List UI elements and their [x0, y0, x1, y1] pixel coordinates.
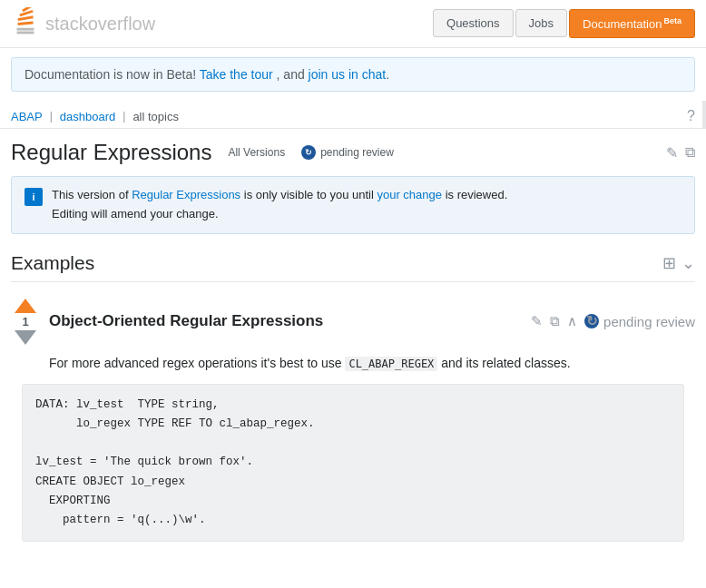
info-icon: i [25, 188, 43, 206]
example-pending-badge: ↻ pending review [584, 314, 695, 329]
pending-review-label: pending review [320, 146, 394, 159]
vote-up-button[interactable] [15, 299, 36, 313]
announcement-end: . [386, 67, 389, 82]
svg-rect-0 [17, 32, 34, 34]
vote-count: 1 [22, 315, 28, 328]
grid-view-button[interactable]: ⊞ [662, 253, 676, 273]
example-item-header: 1 Object-Oriented Regular Expressions ✎ … [11, 293, 695, 350]
info-line2: Editing will amend your change. [52, 205, 507, 224]
join-chat-link[interactable]: join us in chat [309, 67, 387, 82]
svg-rect-4 [19, 10, 33, 16]
collapse-view-button[interactable]: ⌄ [681, 253, 695, 273]
site-header: stackoverflow Questions Jobs Documentati… [0, 0, 706, 48]
nav-buttons: Questions Jobs DocumentationBeta [433, 9, 695, 38]
breadcrumb-sep2: | [123, 110, 125, 122]
example-title: Object-Oriented Regular Expressions [49, 312, 522, 330]
svg-rect-3 [17, 15, 33, 21]
edit-topic-button[interactable]: ✎ [666, 144, 678, 162]
code-block: DATA: lv_test TYPE string, lo_regex TYPE… [22, 384, 684, 543]
announcement-bar: Documentation is now in Beta! Take the t… [11, 57, 695, 92]
pending-icon: ↻ [301, 145, 316, 160]
examples-title: Examples [11, 252, 94, 274]
info-line1-after: is reviewed. [446, 188, 508, 201]
examples-header: Examples ⊞ ⌄ [11, 252, 695, 282]
breadcrumb-sep1: | [50, 110, 53, 122]
take-tour-link[interactable]: Take the tour [200, 67, 273, 82]
svg-rect-1 [17, 28, 34, 31]
external-link-button[interactable]: ⧉ [685, 144, 695, 162]
info-line1: This version of Regular Expressions is o… [52, 186, 507, 205]
example-pending-label: pending review [603, 314, 695, 329]
description-after: and its related classes. [441, 356, 570, 370]
breadcrumb-dashboard[interactable]: dashboard [60, 110, 115, 123]
logo-text: stackoverflow [45, 14, 155, 34]
vote-area: 1 [11, 299, 40, 345]
jobs-button[interactable]: Jobs [515, 9, 567, 37]
topic-title: Regular Expressions [11, 140, 211, 165]
external-example-button[interactable]: ⧉ [550, 313, 560, 329]
vote-down-button[interactable] [15, 330, 36, 345]
info-line1-middle: is only visible to you until [244, 188, 374, 201]
info-box-content: This version of Regular Expressions is o… [52, 186, 507, 224]
svg-rect-2 [17, 22, 33, 25]
documentation-button[interactable]: DocumentationBeta [569, 9, 695, 38]
info-line1-before: This version of [52, 188, 129, 201]
questions-button[interactable]: Questions [433, 9, 514, 37]
pending-review-badge: ↻ pending review [301, 145, 394, 160]
edit-example-button[interactable]: ✎ [531, 313, 543, 329]
breadcrumb: ABAP | dashboard | all topics ? [0, 101, 706, 129]
announcement-text: Documentation is now in Beta! [25, 67, 196, 82]
logo-icon [11, 7, 40, 40]
description-code: CL_ABAP_REGEX [345, 357, 437, 371]
breadcrumb-all-topics[interactable]: all topics [132, 110, 179, 123]
example-pending-icon: ↻ [584, 314, 599, 328]
topic-actions: ✎ ⧉ [666, 144, 695, 162]
all-versions-button[interactable]: All Versions [222, 144, 290, 161]
example-item: 1 Object-Oriented Regular Expressions ✎ … [11, 293, 695, 380]
breadcrumb-home[interactable]: ABAP [11, 110, 43, 123]
example-header-actions: ✎ ⧉ ∧ ↻ pending review [531, 313, 695, 329]
info-box: i This version of Regular Expressions is… [11, 176, 695, 234]
your-change-link[interactable]: your change [377, 188, 442, 201]
examples-section: Examples ⊞ ⌄ 1 Object-Oriented Regular E… [0, 245, 706, 543]
regular-expressions-link[interactable]: Regular Expressions [132, 188, 240, 201]
logo[interactable]: stackoverflow [11, 7, 155, 40]
example-description: For more advanced regex operations it's … [11, 350, 695, 380]
help-button[interactable]: ? [687, 108, 695, 124]
sidebar-divider [702, 101, 706, 128]
topic-header: Regular Expressions All Versions ↻ pendi… [0, 129, 706, 172]
announcement-middle: , and [277, 67, 305, 82]
collapse-example-button[interactable]: ∧ [567, 313, 577, 329]
examples-view-toggle: ⊞ ⌄ [662, 253, 695, 273]
description-before: For more advanced regex operations it's … [49, 356, 342, 370]
